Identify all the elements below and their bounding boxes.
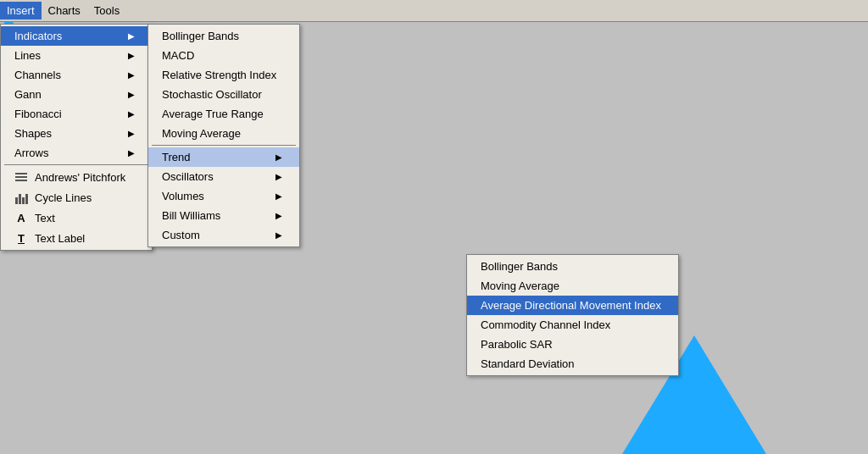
volumes-arrow-icon: ▶	[275, 191, 282, 201]
menu-item-parabolic-sar[interactable]: Parabolic SAR	[467, 335, 678, 354]
oscillators-label: Oscillators	[162, 170, 214, 183]
insert-dropdown: Indicators ▶ Lines ▶ Channels ▶ Gann ▶ F…	[0, 24, 153, 251]
bollinger-bands-label: Bollinger Bands	[162, 30, 239, 42]
moving-avg-label: Moving Average	[162, 127, 241, 140]
shapes-arrow-icon: ▶	[128, 129, 135, 138]
menu-item-indicators-label: Indicators	[14, 30, 62, 42]
trend-arrow-icon: ▶	[275, 152, 282, 162]
std-dev-label: Standard Deviation	[481, 357, 575, 370]
indicators-arrow-icon: ▶	[128, 31, 135, 41]
text-a-icon: A	[14, 211, 28, 224]
fibonacci-arrow-icon: ▶	[128, 109, 135, 119]
bill-williams-label: Bill Williams	[162, 209, 220, 222]
menu-item-atr[interactable]: Average True Range	[148, 104, 299, 124]
menu-charts[interactable]: Charts	[42, 2, 87, 19]
lines-arrow-icon: ▶	[128, 51, 135, 60]
menu-item-stochastic[interactable]: Stochastic Oscillator	[148, 85, 299, 104]
menu-item-std-dev[interactable]: Standard Deviation	[467, 354, 678, 374]
menu-item-text-label-label: Text Label	[35, 232, 85, 245]
menu-item-cci[interactable]: Commodity Channel Index	[467, 315, 678, 335]
gann-arrow-icon: ▶	[128, 90, 135, 99]
menu-item-lines[interactable]: Lines ▶	[1, 46, 152, 65]
custom-label: Custom	[162, 229, 200, 241]
menu-item-channels-label: Channels	[14, 69, 61, 81]
menu-item-cycle-lines[interactable]: Cycle Lines	[1, 187, 152, 208]
menu-item-text[interactable]: A Text	[1, 208, 152, 228]
menu-item-volumes[interactable]: Volumes ▶	[148, 186, 299, 206]
menu-item-macd[interactable]: MACD	[148, 46, 299, 65]
menu-item-cycle-lines-label: Cycle Lines	[35, 191, 92, 204]
menu-item-arrows[interactable]: Arrows ▶	[1, 143, 152, 163]
menu-item-trend-bollinger[interactable]: Bollinger Bands	[467, 257, 678, 276]
menu-item-shapes-label: Shapes	[14, 127, 52, 140]
text-t-icon: T	[14, 231, 28, 245]
menu-item-bill-williams[interactable]: Bill Williams ▶	[148, 206, 299, 225]
arrows-arrow-icon: ▶	[128, 148, 135, 158]
menu-item-arrows-label: Arrows	[14, 147, 48, 159]
menu-item-shapes[interactable]: Shapes ▶	[1, 124, 152, 143]
menu-item-lines-label: Lines	[14, 49, 41, 62]
oscillators-arrow-icon: ▶	[275, 172, 282, 181]
menu-item-andrews-label: Andrews' Pitchfork	[35, 171, 125, 184]
menu-item-moving-avg[interactable]: Moving Average	[148, 124, 299, 143]
volumes-label: Volumes	[162, 190, 204, 202]
menu-item-gann-label: Gann	[14, 88, 42, 101]
custom-arrow-icon: ▶	[275, 230, 282, 240]
menu-item-oscillators[interactable]: Oscillators ▶	[148, 167, 299, 186]
macd-label: MACD	[162, 49, 194, 62]
cci-label: Commodity Channel Index	[481, 318, 610, 331]
bill-williams-arrow-icon: ▶	[275, 211, 282, 220]
pitchfork-icon	[14, 170, 28, 184]
menu-insert[interactable]: Insert	[0, 2, 42, 19]
trend-bollinger-label: Bollinger Bands	[481, 260, 558, 273]
channels-arrow-icon: ▶	[128, 70, 135, 80]
menu-item-text-label[interactable]: T Text Label	[1, 228, 152, 248]
cycle-lines-icon	[14, 191, 28, 204]
stochastic-label: Stochastic Oscillator	[162, 88, 262, 101]
menu-item-custom[interactable]: Custom ▶	[148, 225, 299, 245]
menu-item-andrews-pitchfork[interactable]: Andrews' Pitchfork	[1, 167, 152, 187]
menu-item-trend[interactable]: Trend ▶	[148, 147, 299, 167]
trend-label: Trend	[162, 151, 190, 163]
trend-moving-avg-label: Moving Average	[481, 280, 559, 292]
menu-item-fibonacci[interactable]: Fibonacci ▶	[1, 104, 152, 124]
menu-item-rsi[interactable]: Relative Strength Index	[148, 65, 299, 85]
menu-item-admi[interactable]: Average Directional Movement Index	[467, 296, 678, 315]
menu-item-fibonacci-label: Fibonacci	[14, 108, 62, 120]
menu-item-gann[interactable]: Gann ▶	[1, 85, 152, 104]
menubar: Insert Charts Tools	[0, 0, 868, 22]
menu-item-indicators[interactable]: Indicators ▶	[1, 26, 152, 46]
trend-submenu: Bollinger Bands Moving Average Average D…	[466, 254, 679, 376]
menu-item-channels[interactable]: Channels ▶	[1, 65, 152, 85]
menu-item-bollinger-bands[interactable]: Bollinger Bands	[148, 26, 299, 46]
menu-tools[interactable]: Tools	[87, 2, 126, 19]
atr-label: Average True Range	[162, 108, 264, 120]
menu-separator-1	[4, 164, 148, 165]
admi-label: Average Directional Movement Index	[481, 299, 661, 312]
menu-item-text-label: Text	[35, 212, 55, 224]
parabolic-sar-label: Parabolic SAR	[481, 338, 553, 351]
indicators-submenu: Bollinger Bands MACD Relative Strength I…	[147, 24, 300, 247]
rsi-label: Relative Strength Index	[162, 69, 276, 81]
indicators-separator	[152, 145, 296, 146]
menu-item-trend-moving-avg[interactable]: Moving Average	[467, 276, 678, 296]
